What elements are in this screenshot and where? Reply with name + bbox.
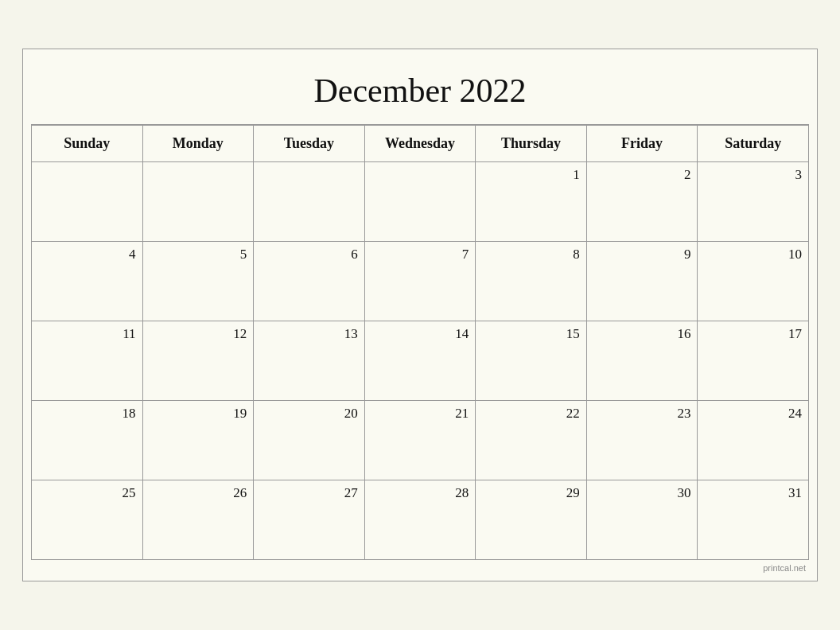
day-cell-18: 18 [32, 401, 143, 480]
day-cell-19: 19 [142, 401, 254, 480]
day-cell-15: 15 [476, 321, 587, 401]
empty-cell [142, 162, 254, 242]
week-row-1: 123 [32, 162, 809, 242]
calendar-title: December 2022 [31, 57, 809, 125]
calendar-table: SundayMondayTuesdayWednesdayThursdayFrid… [31, 125, 809, 560]
day-header-tuesday: Tuesday [254, 126, 365, 162]
day-cell-11: 11 [32, 321, 143, 401]
day-cell-30: 30 [586, 480, 698, 560]
day-cell-25: 25 [32, 480, 143, 560]
day-cell-21: 21 [364, 401, 476, 480]
week-row-4: 18192021222324 [32, 401, 809, 480]
day-cell-16: 16 [586, 321, 698, 401]
day-cell-17: 17 [698, 321, 809, 401]
day-cell-9: 9 [586, 242, 698, 321]
day-cell-13: 13 [254, 321, 365, 401]
day-cell-3: 3 [698, 162, 809, 242]
day-cell-31: 31 [698, 480, 809, 560]
week-row-2: 45678910 [32, 242, 809, 321]
day-cell-20: 20 [254, 401, 365, 480]
week-row-3: 11121314151617 [32, 321, 809, 401]
day-cell-10: 10 [698, 242, 809, 321]
day-cell-23: 23 [586, 401, 698, 480]
day-header-monday: Monday [142, 126, 254, 162]
day-cell-7: 7 [364, 242, 476, 321]
day-cell-8: 8 [476, 242, 587, 321]
day-cell-5: 5 [142, 242, 254, 321]
day-cell-6: 6 [254, 242, 365, 321]
day-cell-1: 1 [476, 162, 587, 242]
empty-cell [254, 162, 365, 242]
day-headers-row: SundayMondayTuesdayWednesdayThursdayFrid… [32, 126, 809, 162]
calendar-container: December 2022 SundayMondayTuesdayWednesd… [22, 49, 818, 581]
week-row-5: 25262728293031 [32, 480, 809, 560]
day-header-thursday: Thursday [476, 126, 587, 162]
day-header-friday: Friday [586, 126, 698, 162]
day-header-wednesday: Wednesday [364, 126, 476, 162]
empty-cell [364, 162, 476, 242]
day-header-sunday: Sunday [32, 126, 143, 162]
day-cell-12: 12 [142, 321, 254, 401]
day-cell-27: 27 [254, 480, 365, 560]
day-cell-29: 29 [476, 480, 587, 560]
day-cell-4: 4 [32, 242, 143, 321]
day-header-saturday: Saturday [698, 126, 809, 162]
day-cell-14: 14 [364, 321, 476, 401]
day-cell-22: 22 [476, 401, 587, 480]
empty-cell [32, 162, 143, 242]
day-cell-28: 28 [364, 480, 476, 560]
watermark: printcal.net [31, 560, 809, 573]
day-cell-26: 26 [142, 480, 254, 560]
day-cell-24: 24 [698, 401, 809, 480]
day-cell-2: 2 [586, 162, 698, 242]
